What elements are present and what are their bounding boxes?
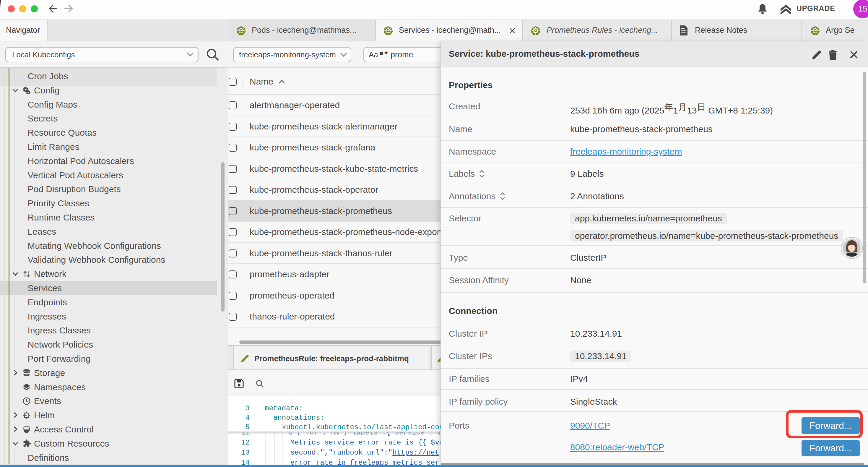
svg-text:HELM: HELM xyxy=(24,414,30,416)
